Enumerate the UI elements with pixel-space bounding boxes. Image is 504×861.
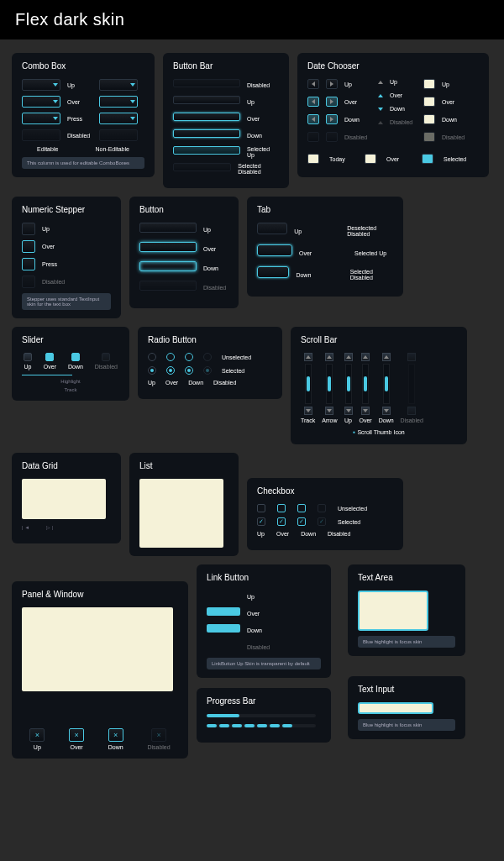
scroll-arrow-up[interactable]	[325, 353, 333, 361]
close-disabled: ×	[151, 728, 166, 742]
tab-over[interactable]	[257, 244, 292, 256]
textinput-field[interactable]	[358, 702, 433, 714]
linkbtn-title: Link Button	[207, 573, 321, 582]
cb-up-unsel[interactable]	[257, 504, 265, 512]
chevron-up-icon[interactable]	[378, 94, 383, 97]
combo-ned-press[interactable]	[99, 113, 138, 124]
cb-over-sel[interactable]	[277, 517, 286, 526]
chevron-down-icon	[306, 409, 311, 412]
scroll-track[interactable]	[383, 364, 390, 404]
textarea-input[interactable]	[358, 591, 428, 631]
stepper-press[interactable]	[22, 258, 35, 270]
linkbtn-down[interactable]	[207, 624, 240, 633]
scroll-track[interactable]	[326, 364, 333, 404]
stepper-panel: Numeric Stepper Up Over Press Disabled S…	[12, 197, 121, 318]
radio-down-unsel[interactable]	[185, 353, 193, 361]
date-prev-over[interactable]	[307, 97, 319, 107]
radio-over-sel[interactable]	[166, 366, 175, 375]
scroll-arrow-up[interactable]	[344, 353, 353, 361]
combo-ned-up[interactable]	[99, 79, 138, 91]
date-cell-down[interactable]	[423, 114, 435, 124]
date-cell-disabled	[423, 132, 435, 142]
scroll-arrow-disabled	[407, 353, 416, 361]
tab-panel: Tab UpDeselected Disabled OverSelected U…	[247, 197, 403, 297]
btnbar-up[interactable]	[173, 96, 240, 104]
scroll-thumb[interactable]	[328, 376, 331, 391]
scroll-arrow-up[interactable]	[361, 353, 370, 361]
slider-thumb-up[interactable]	[24, 353, 32, 361]
tab-up[interactable]	[257, 223, 287, 234]
radio-up-sel[interactable]	[148, 366, 156, 375]
list-body[interactable]	[139, 479, 223, 548]
button-up[interactable]	[139, 223, 197, 233]
textarea-panel: Text Area Blue highlight is focus skin	[348, 564, 465, 656]
button-over[interactable]	[139, 242, 197, 252]
scroll-thumb[interactable]	[385, 376, 388, 391]
scroll-thumb[interactable]	[364, 376, 367, 391]
combo-ed-over[interactable]	[22, 96, 60, 108]
scroll-thumb[interactable]	[347, 376, 350, 391]
scroll-arrow-down[interactable]	[382, 407, 391, 415]
scroll-arrow-down[interactable]	[304, 407, 312, 415]
textarea-tip: Blue highlight is focus skin	[358, 636, 455, 648]
date-prev-down[interactable]	[307, 114, 319, 124]
close-down[interactable]: ×	[108, 728, 123, 742]
combo-ed-press[interactable]	[22, 113, 60, 124]
today-swatch	[307, 154, 319, 164]
cb-down-unsel[interactable]	[297, 504, 306, 512]
linkbtn-up[interactable]	[207, 591, 240, 599]
cb-disabled-sel	[318, 517, 326, 526]
btnbar-down[interactable]	[173, 129, 240, 138]
radio-title: Radio Button	[148, 335, 272, 344]
chevron-up-icon[interactable]	[378, 81, 383, 84]
date-next-over[interactable]	[326, 97, 338, 107]
cb-down-sel[interactable]	[297, 517, 306, 526]
chevron-down-icon[interactable]	[378, 108, 383, 111]
scroll-track[interactable]	[305, 364, 312, 404]
combo-ed-up[interactable]	[22, 79, 60, 91]
slider-thumb-over[interactable]	[45, 353, 54, 361]
datagrid-panel: Data Grid | ◄ ▷ |	[12, 453, 121, 543]
tab-down[interactable]	[257, 266, 289, 278]
combo-ned-over[interactable]	[99, 96, 138, 108]
scroll-arrow-down[interactable]	[325, 407, 333, 415]
scroll-arrow-down[interactable]	[344, 407, 353, 415]
chevron-down-icon	[53, 117, 58, 120]
scroll-panel: Scroll Bar Track Arrow Up Over Down Disa…	[291, 327, 467, 444]
btnbar-over[interactable]	[173, 113, 240, 121]
close-over[interactable]: ×	[69, 728, 84, 742]
btnbar-sel-up[interactable]	[173, 146, 240, 155]
scroll-track[interactable]	[362, 364, 369, 404]
list-title: List	[139, 461, 228, 470]
combo-ed-disabled	[22, 129, 60, 141]
scroll-track[interactable]	[345, 364, 352, 404]
scroll-title: Scroll Bar	[301, 335, 457, 344]
cb-up-sel[interactable]	[257, 517, 265, 526]
chevron-down-icon	[363, 409, 368, 412]
scroll-thumb[interactable]	[307, 376, 310, 391]
stepper-up[interactable]	[22, 223, 35, 235]
button-down[interactable]	[139, 261, 197, 271]
chevron-left-icon	[312, 117, 315, 122]
scroll-arrow-down[interactable]	[361, 407, 370, 415]
datagrid-body[interactable]	[22, 479, 106, 519]
date-prev-up[interactable]	[307, 79, 319, 89]
chevron-down-icon	[130, 100, 135, 103]
close-up[interactable]: ×	[29, 728, 45, 742]
radio-over-unsel[interactable]	[166, 353, 175, 361]
radio-up-unsel[interactable]	[148, 353, 156, 361]
slider-highlight	[22, 375, 72, 375]
cb-over-unsel[interactable]	[277, 504, 286, 512]
textinput-panel: Text Input Blue highlight is focus skin	[348, 676, 465, 739]
radio-down-sel[interactable]	[185, 366, 193, 375]
linkbtn-over[interactable]	[207, 607, 240, 616]
scroll-arrow-up[interactable]	[382, 353, 391, 361]
date-next-down[interactable]	[326, 114, 338, 124]
date-next-up[interactable]	[326, 79, 338, 89]
date-cell-up[interactable]	[423, 79, 435, 89]
date-cell-over[interactable]	[423, 97, 435, 107]
slider-thumb-down[interactable]	[71, 353, 80, 361]
scroll-arrow-up[interactable]	[304, 353, 312, 361]
progress-indeterminate	[207, 724, 316, 727]
stepper-over[interactable]	[22, 240, 35, 253]
